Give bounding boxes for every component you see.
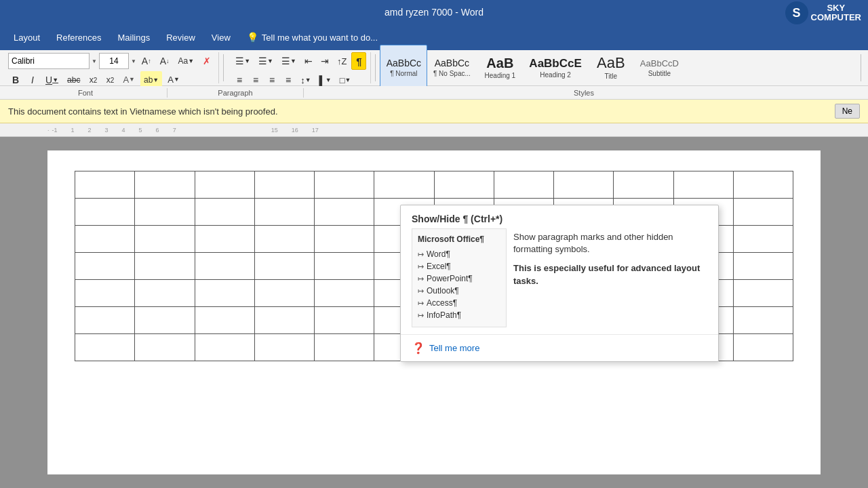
table-cell[interactable] <box>315 199 374 226</box>
table-cell[interactable] <box>315 226 374 253</box>
style-subtitle[interactable]: AaBbCcD Subtitle <box>635 45 684 91</box>
change-case-button[interactable]: Aa▼ <box>175 52 198 70</box>
table-cell[interactable] <box>75 199 135 226</box>
tell-me-text: Tell me what you want to do... <box>262 33 378 43</box>
table-cell[interactable] <box>315 253 374 280</box>
table-cell[interactable] <box>75 253 135 280</box>
menu-mailings[interactable]: Mailings <box>111 30 157 45</box>
tooltip-item-word: ↦ Word¶ <box>418 248 500 260</box>
table-cell[interactable] <box>315 171 374 199</box>
table-cell[interactable] <box>254 280 314 307</box>
table-cell[interactable] <box>733 307 793 334</box>
table-cell[interactable] <box>733 334 793 361</box>
table-cell[interactable] <box>195 253 254 280</box>
style-title-preview: AaB <box>597 56 625 70</box>
table-cell[interactable] <box>135 226 195 253</box>
table-cell[interactable] <box>135 280 195 307</box>
table-cell[interactable] <box>315 334 374 361</box>
lightbulb-icon: 💡 <box>247 32 258 43</box>
font-size-dropdown[interactable]: ▼ <box>131 58 136 64</box>
table-cell[interactable] <box>554 171 614 199</box>
table-cell[interactable] <box>75 226 135 253</box>
ribbon: ▼ ▼ A↑ A↓ Aa▼ ✗ B I U▼ abc x2 x2 <box>0 50 868 100</box>
increase-indent-button[interactable]: ⇥ <box>317 52 332 70</box>
table-cell[interactable] <box>434 171 494 199</box>
table-cell[interactable] <box>195 171 254 199</box>
bullet-list-button[interactable]: ☰▼ <box>232 52 254 70</box>
question-icon: ❓ <box>412 342 425 354</box>
table-cell[interactable] <box>733 199 793 226</box>
menu-references[interactable]: References <box>50 30 108 45</box>
sky-logo-icon: S <box>785 1 808 24</box>
paragraph-group-label: Paragraph <box>167 89 303 97</box>
style-heading1[interactable]: AaB Heading 1 <box>476 45 524 91</box>
table-cell[interactable] <box>315 280 374 307</box>
table-cell[interactable] <box>135 307 195 334</box>
table-cell[interactable] <box>135 253 195 280</box>
style-normal[interactable]: AaBbCc ¶ Normal <box>380 45 427 91</box>
style-subtitle-preview: AaBbCcD <box>640 59 679 68</box>
style-heading2[interactable]: AaBbCcE Heading 2 <box>524 45 586 91</box>
table-cell[interactable] <box>195 280 254 307</box>
table-cell[interactable] <box>254 307 314 334</box>
notification-button[interactable]: Ne <box>835 104 860 119</box>
table-cell[interactable] <box>254 253 314 280</box>
font-name-input[interactable] <box>8 53 90 69</box>
sort-button[interactable]: ↑Z <box>334 52 350 70</box>
table-cell[interactable] <box>733 280 793 307</box>
tooltip-item-powerpoint: ↦ PowerPoint¶ <box>418 272 500 285</box>
table-cell[interactable] <box>135 334 195 361</box>
table-cell[interactable] <box>135 199 195 226</box>
font-group: ▼ ▼ A↑ A↓ Aa▼ ✗ B I U▼ abc x2 x2 <box>4 52 219 83</box>
table-cell[interactable] <box>733 171 793 199</box>
table-cell[interactable] <box>494 171 553 199</box>
tell-me-more-link[interactable]: ❓ Tell me more <box>401 334 718 361</box>
table-cell[interactable] <box>254 199 314 226</box>
table-cell[interactable] <box>315 307 374 334</box>
table-cell[interactable] <box>195 226 254 253</box>
grow-font-button[interactable]: A↑ <box>138 52 155 70</box>
shrink-font-button[interactable]: A↓ <box>157 52 173 70</box>
table-cell[interactable] <box>254 226 314 253</box>
font-size-input[interactable] <box>99 53 129 69</box>
ribbon-top: ▼ ▼ A↑ A↓ Aa▼ ✗ B I U▼ abc x2 x2 <box>0 50 868 86</box>
separator-2 <box>375 54 376 81</box>
menu-view[interactable]: View <box>205 30 237 45</box>
notification-text: This document contains text in Vietnames… <box>8 106 829 117</box>
show-hide-para-button[interactable]: ¶ <box>351 52 366 70</box>
tooltip-content: Microsoft Office¶ ↦ Word¶ ↦ Excel¶ ↦ Pow… <box>401 228 718 334</box>
clear-format-button[interactable]: ✗ <box>199 52 214 70</box>
table-cell[interactable] <box>195 307 254 334</box>
table-cell[interactable] <box>75 280 135 307</box>
table-cell[interactable] <box>733 226 793 253</box>
menu-review[interactable]: Review <box>159 30 202 45</box>
multilevel-list-button[interactable]: ☰▼ <box>278 52 300 70</box>
table-cell[interactable] <box>75 334 135 361</box>
table-cell[interactable] <box>75 307 135 334</box>
table-cell[interactable] <box>254 171 314 199</box>
table-cell[interactable] <box>733 253 793 280</box>
tooltip-right-panel: Show paragraph marks and other hidden fo… <box>513 228 707 327</box>
sky-logo: S SKYCOMPUTER <box>785 1 861 24</box>
notification-bar: This document contains text in Vietnames… <box>0 100 868 123</box>
table-cell[interactable] <box>195 199 254 226</box>
table-cell[interactable] <box>374 171 434 199</box>
style-title[interactable]: AaB Title <box>587 45 635 91</box>
tooltip-title: Show/Hide ¶ (Ctrl+*) <box>401 205 718 228</box>
tooltip-popup: Show/Hide ¶ (Ctrl+*) Microsoft Office¶ ↦… <box>400 205 719 362</box>
document-area: Show/Hide ¶ (Ctrl+*) Microsoft Office¶ ↦… <box>0 137 868 488</box>
decrease-indent-button[interactable]: ⇤ <box>301 52 316 70</box>
tell-me-bar[interactable]: 💡 Tell me what you want to do... <box>247 32 861 43</box>
style-no-space[interactable]: AaBbCc ¶ No Spac... <box>428 45 475 91</box>
table-cell[interactable] <box>673 171 733 199</box>
table-cell[interactable] <box>195 334 254 361</box>
table-cell[interactable] <box>135 171 195 199</box>
table-cell[interactable] <box>75 171 135 199</box>
table-cell[interactable] <box>614 171 673 199</box>
menu-layout[interactable]: Layout <box>7 30 47 45</box>
font-name-dropdown[interactable]: ▼ <box>92 58 97 64</box>
numbered-list-button[interactable]: ☰▼ <box>255 52 277 70</box>
style-heading1-label: Heading 1 <box>485 72 516 79</box>
ruler-marks: · -1 1 2 3 4 5 6 7 15 16 17 <box>47 127 821 134</box>
table-cell[interactable] <box>254 334 314 361</box>
